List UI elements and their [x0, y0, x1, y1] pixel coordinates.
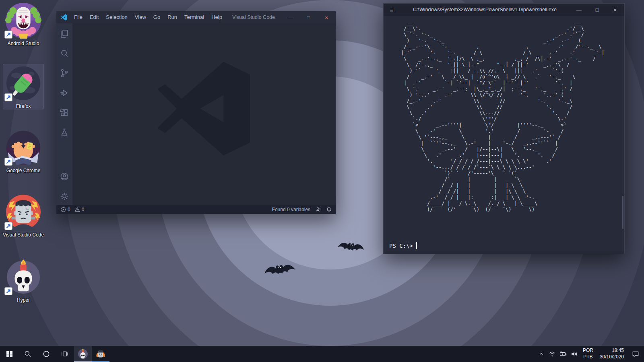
- explorer-icon[interactable]: [60, 29, 69, 39]
- clock[interactable]: 18:45 30/10/2020: [597, 348, 627, 360]
- menu-view[interactable]: View: [131, 11, 150, 23]
- vscode-titlebar: File Edit Selection View Go Run Terminal…: [56, 11, 336, 23]
- warning-count: 0: [82, 207, 85, 212]
- menu-help[interactable]: Help: [208, 11, 226, 23]
- skull-candle-icon: [4, 258, 42, 296]
- shortcut-arrow-icon: [4, 222, 12, 230]
- source-control-icon[interactable]: [60, 68, 69, 78]
- accounts-icon[interactable]: [60, 172, 69, 181]
- morgue-feet-icon: [4, 129, 42, 167]
- vscode-window-title: Visual Studio Code: [226, 14, 281, 20]
- vscode-activity-bar: [56, 23, 72, 205]
- keyboard-layout: PTB: [583, 354, 593, 360]
- vscode-status-bar: 0 0 Found 0 variables: [56, 205, 336, 214]
- found-variables-status[interactable]: Found 0 variables: [272, 207, 310, 212]
- desktop-icon-label: Firefox: [16, 103, 31, 109]
- problems-warnings[interactable]: 0: [74, 207, 85, 212]
- close-button[interactable]: ×: [606, 4, 624, 16]
- prompt-text: PS C:\>: [389, 243, 413, 249]
- terminal-scrollbar-thumb[interactable]: [622, 196, 623, 229]
- minimize-button[interactable]: —: [281, 11, 299, 23]
- task-view-icon[interactable]: [56, 346, 74, 362]
- maximize-button[interactable]: □: [588, 4, 606, 16]
- desktop-icon-visual-studio-code[interactable]: Visual Studio Code: [3, 193, 43, 238]
- settings-gear-icon[interactable]: [60, 191, 69, 201]
- run-and-debug-icon[interactable]: [60, 88, 69, 98]
- frankenstein-icon: [4, 193, 42, 231]
- menu-terminal[interactable]: Terminal: [181, 11, 208, 23]
- date: 30/10/2020: [600, 354, 624, 360]
- tray-chevron-up-icon[interactable]: [536, 346, 547, 362]
- wifi-icon[interactable]: [547, 346, 558, 362]
- taskbar-app-vscode-frankenstein[interactable]: [92, 346, 109, 362]
- terminal-content[interactable]: __ __ /__\'. .'/__\ \ `'. '-._ _.-' .'` …: [384, 20, 624, 258]
- powershell-window: ≡ C:\Windows\System32\WindowsPowerShell\…: [383, 3, 625, 254]
- clown-icon: [4, 2, 42, 39]
- language-indicator[interactable]: POR PTB: [580, 348, 597, 360]
- desktop-icon-label: Visual Studio Code: [3, 232, 44, 238]
- taskbar-app-hyper[interactable]: [74, 346, 92, 362]
- start-button[interactable]: [0, 346, 19, 362]
- powershell-titlebar: ≡ C:\Windows\System32\WindowsPowerShell\…: [384, 4, 624, 16]
- taskbar: POR PTB 18:45 30/10/2020: [0, 346, 644, 362]
- shortcut-arrow-icon: [4, 158, 12, 166]
- cortana-icon[interactable]: [37, 346, 56, 362]
- problems-errors[interactable]: 0: [60, 207, 70, 212]
- maximize-button[interactable]: □: [299, 11, 318, 23]
- desktop-icon-label: Google Chrome: [6, 168, 41, 173]
- language-code: POR: [583, 348, 593, 354]
- bat-silhouette-icon: [336, 239, 365, 256]
- powershell-window-title: C:\Windows\System32\WindowsPowerShell\v1…: [400, 7, 570, 12]
- vscode-editor-area[interactable]: [72, 23, 336, 205]
- menu-run[interactable]: Run: [164, 11, 181, 23]
- notifications-bell-icon[interactable]: [326, 207, 332, 212]
- shortcut-arrow-icon: [4, 93, 12, 101]
- desktop-icon-hyper[interactable]: Hyper: [3, 258, 43, 303]
- testing-flask-icon[interactable]: [60, 128, 69, 137]
- extensions-icon[interactable]: [60, 108, 69, 117]
- vscode-window: File Edit Selection View Go Run Terminal…: [56, 11, 336, 214]
- taskbar-search-icon[interactable]: [19, 346, 37, 362]
- menu-file[interactable]: File: [70, 11, 86, 23]
- desktop-icon-label: Android Studio: [8, 41, 39, 46]
- volume-icon[interactable]: [569, 346, 580, 362]
- desktop: Android Studio Firefox: [0, 0, 644, 362]
- battery-charging-icon[interactable]: [558, 346, 569, 362]
- popsicle-icon: [4, 64, 42, 102]
- minimize-button[interactable]: —: [570, 4, 588, 16]
- terminal-prompt-line[interactable]: PS C:\>: [389, 242, 417, 249]
- menu-selection[interactable]: Selection: [102, 11, 131, 23]
- vscode-menubar: File Edit Selection View Go Run Terminal…: [70, 11, 226, 23]
- hamburger-menu-icon[interactable]: ≡: [384, 6, 400, 13]
- time: 18:45: [600, 348, 624, 354]
- desktop-icon-android-studio[interactable]: Android Studio: [3, 2, 43, 46]
- shortcut-arrow-icon: [4, 31, 12, 39]
- action-center-icon[interactable]: [627, 346, 644, 362]
- vscode-logo-icon: [61, 14, 67, 21]
- shortcut-arrow-icon: [4, 287, 12, 295]
- desktop-icon-google-chrome[interactable]: Google Chrome: [3, 129, 43, 173]
- feedback-icon[interactable]: [315, 207, 321, 212]
- error-count: 0: [68, 207, 70, 212]
- menu-edit[interactable]: Edit: [86, 11, 102, 23]
- desktop-icon-firefox[interactable]: Firefox: [3, 64, 43, 109]
- menu-go[interactable]: Go: [150, 11, 164, 23]
- close-button[interactable]: ×: [318, 11, 336, 23]
- terminal-cursor: [416, 242, 417, 249]
- system-tray: POR PTB 18:45 30/10/2020: [536, 346, 644, 362]
- desktop-icon-label: Hyper: [17, 297, 30, 303]
- search-icon[interactable]: [60, 49, 69, 58]
- vscode-watermark-logo: [155, 60, 253, 157]
- ascii-art-bat-gargoyle: __ __ /__\'. .'/__\ \ `'. '-._ _.-' .'` …: [389, 20, 624, 213]
